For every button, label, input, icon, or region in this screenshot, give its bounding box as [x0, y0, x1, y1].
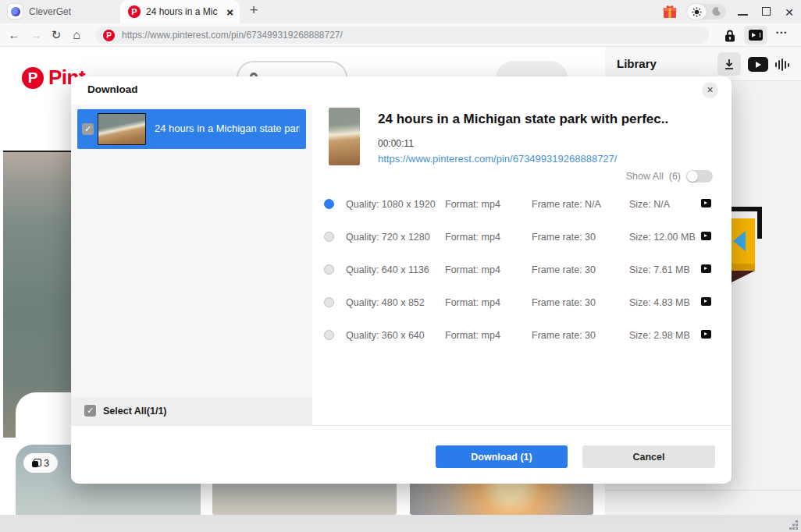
show-all-toggle[interactable] [686, 170, 713, 183]
select-all-label: Select All(1/1) [103, 406, 167, 417]
title-bar: CleverGet P 24 hours in a Mic × + [0, 0, 801, 23]
video-format-icon [701, 330, 711, 339]
url-text: https://www.pinterest.com/pin/6734993192… [122, 30, 343, 41]
quality-radio[interactable] [324, 264, 334, 275]
detail-title: 24 hours in a Michigan state park with p… [378, 112, 668, 127]
download-arrow-icon [724, 59, 735, 70]
quality-radio[interactable] [324, 330, 334, 340]
show-all-label: Show All [626, 171, 664, 182]
detail-duration: 00:00:11 [378, 138, 414, 149]
quality-label: Quality: 1080 x 1920 [346, 199, 436, 210]
address-bar: ← → ↻ ⌂ P https://www.pinterest.com/pin/… [0, 23, 801, 47]
resize-grip-icon[interactable] [789, 520, 799, 530]
pin-thumbnail[interactable] [212, 482, 397, 515]
theme-toggle[interactable] [687, 4, 726, 20]
maximize-button[interactable] [759, 6, 773, 17]
quality-option-row[interactable]: Quality: 720 x 1280 Format: mp4 Frame ra… [312, 220, 732, 253]
cleverget-logo-icon [8, 4, 23, 19]
video-format-icon [701, 297, 711, 306]
pinterest-logo-icon: P [22, 67, 44, 89]
gift-icon[interactable] [662, 4, 678, 20]
forward-icon[interactable]: → [28, 27, 44, 43]
lock-icon [724, 30, 735, 45]
format-label: Format: mp4 [445, 264, 500, 275]
quality-radio[interactable] [324, 199, 334, 209]
dialog-close-icon[interactable]: × [702, 82, 718, 98]
app-brand: CleverGet [8, 4, 71, 19]
video-downloader-panel-button[interactable] [744, 26, 767, 44]
quality-option-row[interactable]: Quality: 480 x 852 Format: mp4 Frame rat… [312, 286, 732, 318]
quality-radio[interactable] [324, 232, 334, 242]
quality-option-row[interactable]: Quality: 640 x 1136 Format: mp4 Frame ra… [312, 253, 732, 286]
video-format-icon [701, 199, 711, 207]
download-dialog: Download × ✓ 24 hours in a Michigan stat… [71, 76, 732, 484]
youtube-tab-icon[interactable] [748, 57, 768, 72]
frame-rate-label: Frame rate: 30 [532, 330, 596, 341]
tab-close-icon[interactable]: × [226, 6, 233, 18]
video-list-item[interactable]: ✓ 24 hours in a Michigan state park... [77, 109, 306, 149]
more-menu-icon[interactable]: ••• [776, 29, 788, 37]
dark-mode-moon-icon[interactable] [707, 4, 726, 20]
item-thumbnail [98, 113, 146, 145]
new-tab-button[interactable]: + [245, 2, 262, 19]
home-icon[interactable]: ⌂ [69, 27, 84, 43]
video-library-icon [749, 30, 763, 41]
size-label: Size: 7.61 MB [629, 264, 690, 275]
status-bar [0, 515, 801, 532]
back-icon[interactable]: ← [6, 27, 22, 43]
download-tab-button[interactable] [717, 52, 741, 76]
video-format-icon [701, 232, 711, 240]
dialog-header: Download × [71, 76, 732, 105]
detail-link[interactable]: https://www.pinterest.com/pin/6734993192… [378, 153, 617, 165]
cancel-button[interactable]: Cancel [582, 445, 715, 468]
quality-label: Quality: 480 x 852 [346, 297, 425, 308]
pinterest-favicon-icon: P [128, 5, 141, 18]
video-list-panel: ✓ 24 hours in a Michigan state park... ✓… [71, 105, 312, 425]
window-close-button[interactable]: × [782, 5, 796, 20]
pin-thumbnail[interactable] [410, 482, 593, 515]
browser-tab[interactable]: P 24 hours in a Mic × [120, 0, 240, 23]
minimize-button[interactable] [735, 6, 749, 17]
quality-option-row[interactable]: Quality: 360 x 640 Format: mp4 Frame rat… [312, 318, 732, 351]
item-title: 24 hours in a Michigan state park... [155, 122, 300, 134]
image-count-badge: 3 [23, 453, 58, 473]
video-format-icon [701, 264, 711, 273]
quality-radio[interactable] [324, 297, 334, 307]
dialog-title: Download [87, 83, 138, 95]
light-mode-sun-icon[interactable] [687, 4, 707, 20]
size-label: Size: N/A [629, 199, 670, 210]
show-all-count: (6) [669, 171, 681, 182]
library-title: Library [617, 57, 657, 70]
empty-library-illustration-icon [728, 197, 769, 282]
quality-option-row[interactable]: Quality: 1080 x 1920 Format: mp4 Frame r… [312, 187, 732, 220]
size-label: Size: 4.83 MB [629, 297, 690, 308]
select-all-checkbox[interactable]: ✓ [84, 405, 96, 417]
url-field[interactable]: P https://www.pinterest.com/pin/67349931… [95, 27, 709, 44]
quality-label: Quality: 720 x 1280 [346, 232, 430, 243]
download-button[interactable]: Download (1) [436, 445, 568, 468]
quality-label: Quality: 360 x 640 [346, 330, 425, 341]
tab-title: 24 hours in a Mic [146, 6, 222, 17]
frame-rate-label: Frame rate: 30 [532, 264, 596, 275]
format-label: Format: mp4 [445, 232, 500, 243]
image-count: 3 [44, 458, 49, 469]
size-label: Size: 12.00 MB [629, 232, 696, 243]
quality-label: Quality: 640 x 1136 [346, 264, 429, 275]
refresh-icon[interactable]: ↻ [48, 27, 64, 43]
stacked-images-icon [32, 459, 41, 467]
dialog-footer: Download (1) Cancel [71, 425, 732, 484]
site-pinterest-icon: P [103, 30, 115, 41]
size-label: Size: 2.98 MB [629, 330, 690, 341]
select-all-row: ✓ Select All(1/1) [71, 397, 312, 425]
detail-thumbnail [329, 108, 360, 165]
audio-waveform-icon[interactable] [775, 59, 789, 71]
app-name: CleverGet [29, 6, 71, 17]
panel-divider [605, 490, 801, 491]
format-label: Format: mp4 [445, 199, 500, 210]
page-content: P Pint 3 Library [0, 47, 801, 515]
format-label: Format: mp4 [445, 297, 500, 308]
frame-rate-label: Frame rate: 30 [532, 232, 596, 243]
item-checkbox[interactable]: ✓ [82, 123, 94, 135]
frame-rate-label: Frame rate: N/A [532, 199, 601, 210]
app-window: CleverGet P 24 hours in a Mic × + [0, 0, 801, 532]
